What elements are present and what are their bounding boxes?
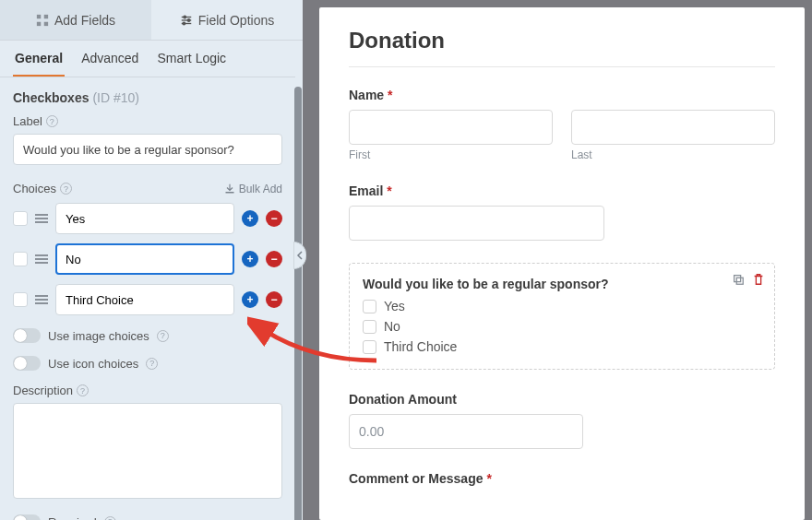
field-name[interactable]: Name * First Last [349, 88, 775, 161]
field-type: Checkboxes [13, 90, 89, 105]
choices-list: + − + − [13, 203, 282, 315]
field-comment[interactable]: Comment or Message * [349, 471, 775, 486]
scrollbar[interactable] [294, 87, 302, 520]
choice-label: Third Choice [384, 339, 457, 354]
help-icon[interactable]: ? [46, 115, 58, 127]
panel-tabs: Add Fields Field Options [0, 0, 303, 41]
svg-rect-12 [736, 278, 743, 284]
choice-input[interactable] [55, 284, 234, 315]
tab-field-options[interactable]: Field Options [151, 0, 303, 41]
drag-handle-icon[interactable] [35, 295, 48, 304]
choice-row: + − [13, 203, 282, 234]
email-label: Email [349, 183, 383, 198]
subtab-advanced[interactable]: Advanced [79, 41, 140, 77]
choice-default-checkbox[interactable] [13, 252, 28, 266]
help-icon[interactable]: ? [77, 384, 89, 396]
icon-choices-label: Use icon choices [48, 357, 138, 371]
last-name-input[interactable] [571, 110, 775, 145]
required-label: Required [48, 515, 97, 521]
trash-icon[interactable] [752, 273, 765, 286]
choice-input[interactable] [55, 243, 234, 275]
description-input[interactable] [13, 403, 282, 499]
required-asterisk: * [387, 183, 391, 198]
add-choice-button[interactable]: + [242, 210, 258, 227]
email-input[interactable] [349, 206, 604, 241]
required-asterisk: * [486, 471, 491, 486]
name-label: Name [349, 88, 384, 102]
tab-add-fields[interactable]: Add Fields [0, 0, 151, 41]
divider [349, 66, 775, 67]
choice-label: Yes [384, 299, 405, 313]
svg-rect-2 [37, 21, 41, 25]
choice-input[interactable] [55, 203, 234, 234]
amount-label: Donation Amount [349, 392, 775, 407]
subtab-general[interactable]: General [13, 41, 65, 77]
drag-handle-icon[interactable] [35, 254, 48, 264]
help-icon[interactable]: ? [104, 516, 116, 521]
first-name-input[interactable] [349, 110, 553, 145]
svg-point-9 [183, 22, 185, 25]
help-icon[interactable]: ? [157, 330, 169, 342]
description-title: Description [13, 384, 73, 397]
required-toggle[interactable] [13, 514, 41, 520]
subtabs: General Advanced Smart Logic [0, 41, 295, 77]
tab-options-label: Field Options [198, 13, 274, 28]
bulk-add-button[interactable]: Bulk Add [224, 183, 282, 195]
add-choice-button[interactable]: + [242, 251, 258, 267]
field-id: (ID #10) [92, 90, 139, 105]
svg-rect-3 [44, 21, 48, 25]
label-title: Label [13, 114, 42, 128]
left-panel: Add Fields Field Options General Advance… [0, 0, 303, 520]
preview-choice[interactable]: No [363, 319, 761, 334]
label-input[interactable] [13, 134, 282, 165]
field-sponsor-selected[interactable]: Would you like to be a regular sponsor? … [349, 263, 775, 370]
svg-rect-10 [225, 192, 233, 194]
tab-add-label: Add Fields [54, 13, 115, 28]
checkbox-icon [363, 340, 376, 354]
icon-choices-toggle[interactable] [13, 356, 41, 371]
sponsor-question: Would you like to be a regular sponsor? [363, 277, 761, 291]
preview-canvas: Donation Name * First Last Email * [303, 0, 812, 520]
image-choices-toggle[interactable] [13, 328, 41, 343]
remove-choice-button[interactable]: − [266, 251, 282, 267]
svg-rect-0 [37, 14, 41, 18]
svg-point-7 [187, 18, 190, 21]
remove-choice-button[interactable]: − [266, 210, 282, 227]
subtab-smart-logic[interactable]: Smart Logic [155, 41, 228, 77]
remove-choice-button[interactable]: − [266, 291, 282, 308]
field-heading: Checkboxes (ID #10) [13, 90, 282, 105]
duplicate-icon[interactable] [732, 273, 745, 286]
choice-default-checkbox[interactable] [13, 211, 28, 226]
form-title: Donation [349, 28, 775, 53]
bulk-add-label: Bulk Add [239, 183, 282, 195]
svg-rect-11 [734, 276, 741, 282]
first-name-under: First [349, 148, 553, 161]
choice-row: + − [13, 284, 282, 315]
required-asterisk: * [388, 88, 392, 102]
checkbox-icon [363, 300, 376, 313]
choice-default-checkbox[interactable] [13, 292, 28, 307]
preview-choice[interactable]: Yes [363, 299, 761, 313]
field-donation-amount[interactable]: Donation Amount [349, 392, 775, 449]
help-icon[interactable]: ? [146, 358, 158, 370]
comment-label: Comment or Message [349, 471, 483, 486]
image-choices-label: Use image choices [48, 329, 149, 343]
checkbox-icon [363, 320, 376, 334]
form-preview: Donation Name * First Last Email * [319, 7, 805, 520]
choices-title: Choices [13, 182, 56, 195]
last-name-under: Last [571, 148, 775, 161]
preview-choice[interactable]: Third Choice [363, 339, 761, 354]
svg-rect-1 [44, 14, 48, 18]
help-icon[interactable]: ? [60, 183, 72, 195]
choice-row: + − [13, 243, 282, 275]
amount-input[interactable] [349, 414, 583, 449]
drag-handle-icon[interactable] [35, 214, 48, 223]
add-choice-button[interactable]: + [242, 291, 258, 308]
sliders-icon [180, 14, 193, 27]
svg-point-5 [184, 16, 186, 18]
grid-icon [36, 14, 49, 27]
choice-label: No [384, 319, 400, 334]
field-email[interactable]: Email * [349, 183, 775, 241]
